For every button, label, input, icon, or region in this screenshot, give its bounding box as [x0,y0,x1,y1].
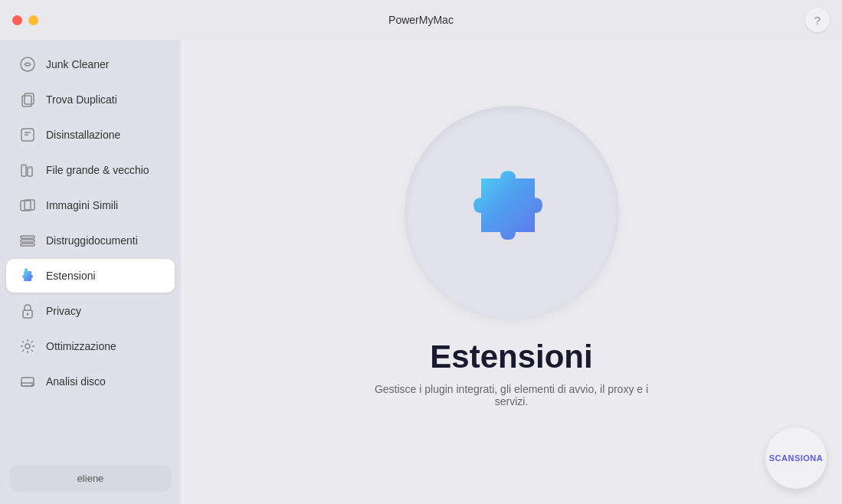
svg-point-0 [21,57,34,71]
sidebar-item-label: Analisi disco [46,375,106,388]
svg-rect-4 [21,165,26,176]
feature-icon-circle [405,106,619,320]
file-grande-icon [18,161,37,179]
svg-rect-1 [22,96,31,106]
sidebar-item-label: Ottimizzazione [46,340,116,352]
svg-rect-8 [21,201,31,211]
trova-duplicati-icon [18,90,37,109]
estensioni-icon [18,267,37,285]
distruggi-documenti-icon [18,231,37,250]
sidebar-footer: eliene [0,459,181,498]
sidebar-item-label: Immagini Simili [46,199,118,211]
close-button[interactable] [12,15,22,25]
sidebar-item-label: File grande & vecchio [46,164,149,176]
disinstallazione-icon [18,126,37,144]
sidebar-items: Junk Cleaner Trova Duplicati [0,46,181,459]
traffic-lights [12,15,38,25]
svg-point-18 [31,384,33,385]
sidebar-item-estensioni[interactable]: Estensioni [6,259,175,293]
sidebar-item-immagini-simili[interactable]: Immagini Simili [6,188,175,222]
scan-button[interactable]: SCANSIONA [765,427,827,489]
svg-rect-6 [21,164,26,166]
sidebar-item-label: Privacy [46,305,81,317]
svg-point-15 [25,344,30,349]
user-button[interactable]: eliene [9,465,172,492]
scan-button-container: SCANSIONA [765,427,827,489]
sidebar-item-privacy[interactable]: Privacy [6,294,175,328]
sidebar: Junk Cleaner Trova Duplicati [0,40,181,504]
minimize-button[interactable] [28,15,38,25]
analisi-disco-icon [18,372,37,391]
sidebar-item-disinstallazione[interactable]: Disinstallazione [6,118,175,152]
sidebar-item-label: Disinstallazione [46,129,120,141]
sidebar-item-label: Trova Duplicati [46,93,117,106]
content-title: Estensioni [359,339,665,375]
svg-rect-2 [25,93,34,104]
sidebar-item-ottimizzazione[interactable]: Ottimizzazione [6,329,175,363]
sidebar-item-label: Distruggidocumenti [46,234,138,247]
titlebar: PowerMyMac ? [0,0,842,40]
content-description: Gestisce i plugin integrati, gli element… [359,383,665,407]
sidebar-item-distruggi-documenti[interactable]: Distruggidocumenti [6,224,175,257]
svg-rect-12 [21,244,34,246]
svg-rect-7 [28,166,32,169]
sidebar-item-label: Junk Cleaner [46,58,110,70]
svg-point-14 [27,313,29,316]
content-area: Estensioni Gestisce i plugin integrati, … [181,40,842,504]
svg-rect-9 [25,200,34,210]
content-text: Estensioni Gestisce i plugin integrati, … [359,339,665,407]
sidebar-item-label: Estensioni [46,270,96,282]
sidebar-item-trova-duplicati[interactable]: Trova Duplicati [6,83,175,116]
svg-rect-11 [21,240,34,242]
help-button[interactable]: ? [805,8,830,32]
junk-cleaner-icon [18,55,37,74]
sidebar-item-junk-cleaner[interactable]: Junk Cleaner [6,47,175,81]
privacy-icon [18,302,37,320]
sidebar-item-analisi-disco[interactable]: Analisi disco [6,365,175,398]
ottimizzazione-icon [18,337,37,355]
main-layout: Junk Cleaner Trova Duplicati [0,40,842,504]
immagini-simili-icon [18,196,37,214]
puzzle-svg [447,148,577,278]
sidebar-item-file-grande[interactable]: File grande & vecchio [6,153,175,187]
content-inner: Estensioni Gestisce i plugin integrati, … [359,106,665,407]
svg-rect-10 [21,236,34,238]
app-title: PowerMyMac [388,14,454,26]
